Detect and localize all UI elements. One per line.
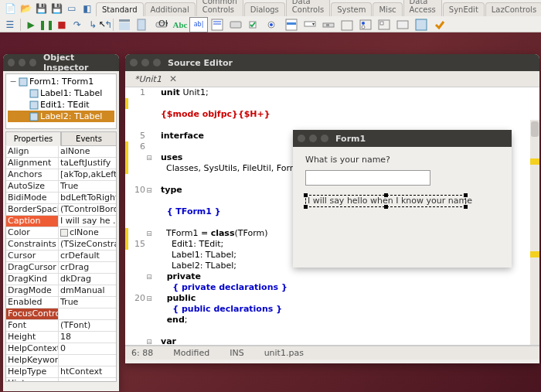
radiogroup-icon[interactable] (356, 17, 375, 32)
component-tree[interactable]: −Form1: TForm1Label1: TLabelEdit1: TEdit… (5, 73, 117, 129)
property-row[interactable]: HelpContext0 (6, 343, 116, 355)
property-name[interactable]: Font (6, 320, 59, 331)
property-value[interactable]: alNone (59, 146, 116, 157)
prop-tab-properties[interactable]: Properties (5, 131, 61, 146)
oi-titlebar[interactable]: Object Inspector (3, 54, 119, 71)
save-icon[interactable]: 💾 (34, 2, 48, 15)
property-value[interactable] (59, 378, 116, 382)
property-row[interactable]: Hint (6, 378, 116, 382)
gutter-line[interactable] (125, 282, 153, 293)
property-row[interactable]: Height18 (6, 332, 116, 343)
view-units-icon[interactable]: ☰ (3, 18, 17, 32)
gutter-line[interactable]: ⊟ (125, 271, 153, 282)
gutter-line[interactable] (125, 326, 153, 336)
code-line[interactable] (161, 120, 530, 131)
property-value[interactable] (59, 355, 116, 366)
gutter-line[interactable]: 5 (125, 131, 153, 141)
label-icon[interactable]: Abc (171, 17, 189, 32)
component-tab-common-controls[interactable]: Common Controls (196, 0, 243, 16)
design-label2[interactable]: I will say hello when I know your name (308, 196, 472, 206)
gutter-line[interactable]: 1 (125, 87, 153, 98)
property-value[interactable]: crDefault (59, 251, 116, 261)
form-canvas[interactable]: What is your name? I will say hello when… (293, 147, 512, 268)
pause-icon[interactable]: ❚❚ (39, 18, 53, 32)
component-tab-additional[interactable]: Additional (145, 2, 196, 16)
property-name[interactable]: HelpKeyword (6, 355, 59, 366)
button-icon[interactable]: OK (152, 17, 171, 32)
property-value[interactable]: True (59, 181, 116, 192)
gutter-line[interactable]: ⊟ (125, 228, 153, 239)
fold-icon[interactable]: ⊟ (145, 152, 153, 163)
popupmenu-icon[interactable] (134, 17, 152, 32)
property-row[interactable]: DragKinddkDrag (6, 274, 116, 285)
form-designer-window[interactable]: Form1 What is your name? I will say hell… (293, 130, 512, 268)
property-row[interactable]: Anchors[akTop,akLeft] (6, 169, 116, 181)
code-line[interactable]: var (161, 336, 530, 346)
gutter-line[interactable]: 10⊟ (125, 185, 153, 196)
property-value[interactable]: (TFont) (59, 320, 116, 331)
combobox-icon[interactable] (301, 17, 319, 32)
gutter-line[interactable] (125, 120, 153, 131)
tree-item[interactable]: −Form1: TForm1 (8, 76, 114, 87)
gutter-line[interactable]: 20⊟ (125, 293, 153, 304)
property-name[interactable]: BidiMode (6, 193, 59, 203)
scrollbar-icon[interactable] (319, 17, 338, 32)
component-tab-lazcontrols[interactable]: LazControls (485, 2, 541, 16)
fold-icon[interactable]: ⊟ (145, 271, 153, 282)
property-value[interactable]: bdLeftToRight (59, 193, 116, 203)
close-icon[interactable] (8, 59, 15, 66)
design-edit1[interactable] (305, 170, 430, 186)
panel-icon[interactable] (393, 17, 412, 32)
property-name[interactable]: Hint (6, 378, 59, 382)
gutter[interactable]: 156⊟10⊟⊟15⊟20⊟⊟25 (125, 87, 158, 345)
tree-item[interactable]: Label1: TLabel (8, 87, 114, 99)
property-value[interactable]: crDrag (59, 262, 116, 273)
property-name[interactable]: Alignment (6, 158, 59, 169)
radiobutton-icon[interactable] (264, 17, 282, 32)
step-over-icon[interactable]: ↷ (70, 18, 84, 32)
gutter-line[interactable] (125, 206, 153, 217)
toggle-form-icon[interactable]: ◧ (80, 2, 94, 15)
property-row[interactable]: ColorclNone (6, 227, 116, 239)
se-titlebar[interactable]: Source Editor (125, 54, 539, 71)
property-name[interactable]: BorderSpacing (6, 204, 59, 215)
gutter-line[interactable] (125, 250, 153, 261)
run-icon[interactable]: ▶ (24, 18, 38, 32)
property-row[interactable]: CaptionI will say he ... (6, 216, 116, 227)
code-line[interactable] (161, 326, 530, 336)
tab-close-icon[interactable]: ✕ (169, 73, 177, 84)
code-line[interactable] (161, 98, 530, 109)
property-value[interactable]: taLeftJustify (59, 158, 116, 169)
property-value[interactable]: 18 (59, 332, 116, 343)
property-row[interactable]: Constraints(TSizeConstra (6, 239, 116, 251)
gutter-line[interactable]: ⊟ (125, 336, 153, 346)
component-tab-system[interactable]: System (331, 2, 372, 16)
tree-item[interactable]: Edit1: TEdit (8, 99, 114, 111)
code-line[interactable]: unit Unit1; (161, 87, 530, 98)
property-name[interactable]: AutoSize (6, 181, 59, 192)
gutter-line[interactable] (125, 98, 153, 109)
property-name[interactable]: Color (6, 227, 59, 238)
property-name[interactable]: Height (6, 332, 59, 343)
property-row[interactable]: BorderSpacing(TControlBord (6, 204, 116, 216)
gutter-line[interactable] (125, 304, 153, 315)
code-line[interactable]: {$mode objfpc}{$H+} (161, 109, 530, 120)
fd-titlebar[interactable]: Form1 (293, 130, 512, 147)
gutter-line[interactable] (125, 261, 153, 271)
property-row[interactable]: HelpTypehtContext (6, 366, 116, 378)
close-icon[interactable] (298, 135, 305, 142)
code-line[interactable]: { public declarations } (161, 304, 530, 315)
mainmenu-icon[interactable] (115, 17, 134, 32)
property-name[interactable]: DragMode (6, 285, 59, 296)
property-row[interactable]: FocusControl (6, 308, 116, 320)
gutter-line[interactable] (125, 174, 153, 185)
property-value[interactable]: dmManual (59, 285, 116, 296)
property-row[interactable]: HelpKeyword (6, 355, 116, 366)
property-name[interactable]: Align (6, 146, 59, 157)
property-name[interactable]: Anchors (6, 169, 59, 180)
property-row[interactable]: AutoSizeTrue (6, 181, 116, 193)
tab-unit1[interactable]: *Unit1 (130, 73, 166, 86)
checkbox-icon[interactable] (245, 17, 264, 32)
open-icon[interactable]: 📂 (19, 2, 32, 15)
fold-icon[interactable]: ⊟ (145, 293, 153, 304)
